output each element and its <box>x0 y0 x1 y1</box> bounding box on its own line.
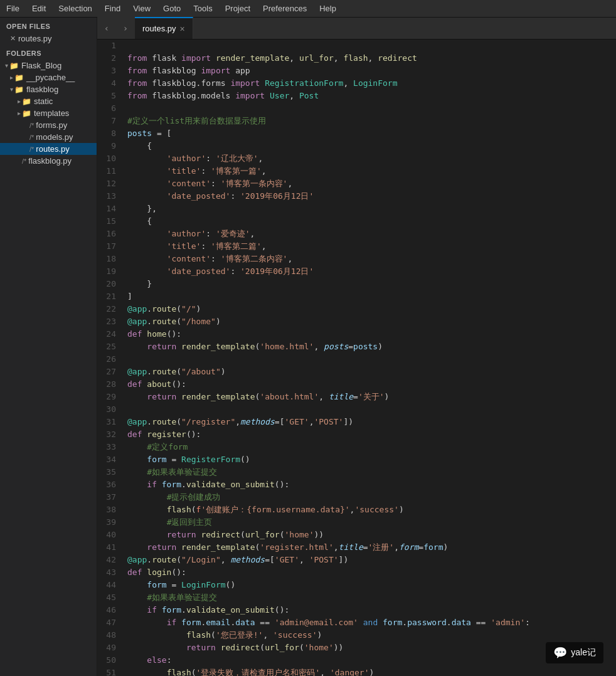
line-num-50: 50 <box>97 654 122 667</box>
folder-flask-blog-label: Flask_Blog <box>21 61 61 70</box>
folder-flaskblog[interactable]: ▾ 📁 flaskblog <box>0 83 97 95</box>
code-container[interactable]: 1 2 3 4 5 6 7 8 9 10 11 12 13 14 15 16 1… <box>97 40 616 676</box>
file-models[interactable]: ▸ /* models.py <box>0 131 97 143</box>
line-num-22: 22 <box>97 303 122 315</box>
file-marker3: /* <box>29 145 34 153</box>
menu-help[interactable]: Help <box>313 1 343 16</box>
code-line-49: return redirect(url_for('home')) <box>127 642 616 654</box>
code-line-9: { <box>127 140 616 152</box>
code-line-38: flash(f'创建账户：{form.username.data}','succ… <box>127 504 616 516</box>
menu-view[interactable]: View <box>127 1 157 16</box>
code-line-13: 'date_posted': '2019年06月12日' <box>127 190 616 203</box>
folder-pycache[interactable]: ▸ 📁 __pycache__ <box>0 71 97 83</box>
file-marker: /* <box>29 122 34 129</box>
file-routes[interactable]: ▸ /* routes.py <box>0 143 97 155</box>
code-line-10: 'author': '辽北大帝', <box>127 152 616 165</box>
line-num-31: 31 <box>97 416 122 428</box>
code-line-28: def about(): <box>127 378 616 391</box>
line-num-11: 11 <box>97 165 122 177</box>
file-routes-label: routes.py <box>36 144 69 154</box>
code-line-3: from flaskblog import app <box>127 65 616 77</box>
code-line-46: if form.validate_on_submit(): <box>127 604 616 616</box>
tab-close-button[interactable]: × <box>179 24 184 33</box>
line-num-6: 6 <box>97 102 122 115</box>
chevron-down-icon: ▾ <box>10 86 13 93</box>
line-num-41: 41 <box>97 541 122 554</box>
code-line-8: posts = [ <box>127 127 616 140</box>
code-line-30 <box>127 403 616 416</box>
chevron-down-icon: ▾ <box>5 62 8 69</box>
folder-icon: 📁 <box>14 85 24 94</box>
file-flaskblog-label: flaskblog.py <box>28 156 72 166</box>
code-line-29: return render_template('about.html', tit… <box>127 391 616 403</box>
folder-icon: 📁 <box>22 97 31 106</box>
menu-preferences[interactable]: Preferences <box>257 1 313 16</box>
file-flaskblog[interactable]: ▸ /* flaskblog.py <box>0 155 97 167</box>
open-file-routes[interactable]: ✕ routes.py <box>0 33 97 45</box>
code-line-18: 'content': '博客第二条内容', <box>127 253 616 265</box>
code-editor[interactable]: from flask import render_template, url_f… <box>122 40 616 676</box>
code-line-50: else: <box>127 654 616 667</box>
line-num-27: 27 <box>97 366 122 378</box>
folder-icon: 📁 <box>14 73 24 82</box>
code-line-34: form = RegisterForm() <box>127 453 616 466</box>
line-num-40: 40 <box>97 529 122 541</box>
line-num-17: 17 <box>97 240 122 253</box>
line-num-5: 5 <box>97 90 122 102</box>
tab-bar: ‹ › routes.py × <box>97 18 616 40</box>
line-num-19: 19 <box>97 265 122 278</box>
code-line-35: #如果表单验证提交 <box>127 466 616 478</box>
line-num-7: 7 <box>97 115 122 127</box>
open-file-name: routes.py <box>18 34 51 43</box>
file-forms[interactable]: ▸ /* forms.py <box>0 119 97 131</box>
code-line-40: return redirect(url_for('home')) <box>127 529 616 541</box>
menu-find[interactable]: Find <box>98 1 127 16</box>
folder-pycache-label: __pycache__ <box>26 73 75 82</box>
code-line-39: #返回到主页 <box>127 516 616 529</box>
line-num-51: 51 <box>97 667 122 676</box>
code-line-1 <box>127 40 616 52</box>
line-num-42: 42 <box>97 554 122 566</box>
code-line-6 <box>127 102 616 115</box>
line-num-20: 20 <box>97 278 122 290</box>
line-num-1: 1 <box>97 40 122 52</box>
menu-project[interactable]: Project <box>219 1 257 16</box>
code-line-19: 'date_posted': '2019年06月12日' <box>127 265 616 278</box>
code-line-23: @app.route("/home") <box>127 315 616 328</box>
folder-templates[interactable]: ▸ 📁 templates <box>0 107 97 119</box>
line-num-8: 8 <box>97 127 122 140</box>
file-forms-label: forms.py <box>36 120 67 130</box>
line-num-10: 10 <box>97 152 122 165</box>
code-line-5: from flaskblog.models import User, Post <box>127 90 616 102</box>
line-numbers: 1 2 3 4 5 6 7 8 9 10 11 12 13 14 15 16 1… <box>97 40 122 676</box>
menu-edit[interactable]: Edit <box>26 1 52 16</box>
menu-tools[interactable]: Tools <box>187 1 218 16</box>
code-line-32: def register(): <box>127 428 616 441</box>
code-line-14: }, <box>127 203 616 215</box>
line-num-29: 29 <box>97 391 122 403</box>
chevron-right-icon: ▸ <box>10 74 13 81</box>
open-files-label: OPEN FILES <box>0 18 97 33</box>
sidebar: OPEN FILES ✕ routes.py FOLDERS ▾ 📁 Flask… <box>0 18 97 676</box>
folder-static[interactable]: ▸ 📁 static <box>0 95 97 107</box>
line-num-49: 49 <box>97 642 122 654</box>
menu-selection[interactable]: Selection <box>52 1 98 16</box>
folders-label: FOLDERS <box>0 45 97 60</box>
close-icon: ✕ <box>10 34 16 43</box>
folder-flask-blog[interactable]: ▾ 📁 Flask_Blog <box>0 60 97 71</box>
tab-scroll-left[interactable]: ‹ <box>97 17 116 39</box>
code-line-21: ] <box>127 290 616 303</box>
code-line-22: @app.route("/") <box>127 303 616 315</box>
menu-goto[interactable]: Goto <box>157 1 187 16</box>
code-line-45: #如果表单验证提交 <box>127 591 616 604</box>
code-line-42: @app.route("/Login", methods=['GET', 'PO… <box>127 554 616 566</box>
code-line-43: def login(): <box>127 566 616 579</box>
line-num-33: 33 <box>97 441 122 453</box>
code-line-27: @app.route("/about") <box>127 366 616 378</box>
file-marker2: /* <box>29 134 34 141</box>
menu-file[interactable]: File <box>0 1 26 16</box>
tab-routes[interactable]: routes.py × <box>135 17 193 39</box>
layout: OPEN FILES ✕ routes.py FOLDERS ▾ 📁 Flask… <box>0 18 616 676</box>
line-num-32: 32 <box>97 428 122 441</box>
tab-scroll-right[interactable]: › <box>116 17 135 39</box>
